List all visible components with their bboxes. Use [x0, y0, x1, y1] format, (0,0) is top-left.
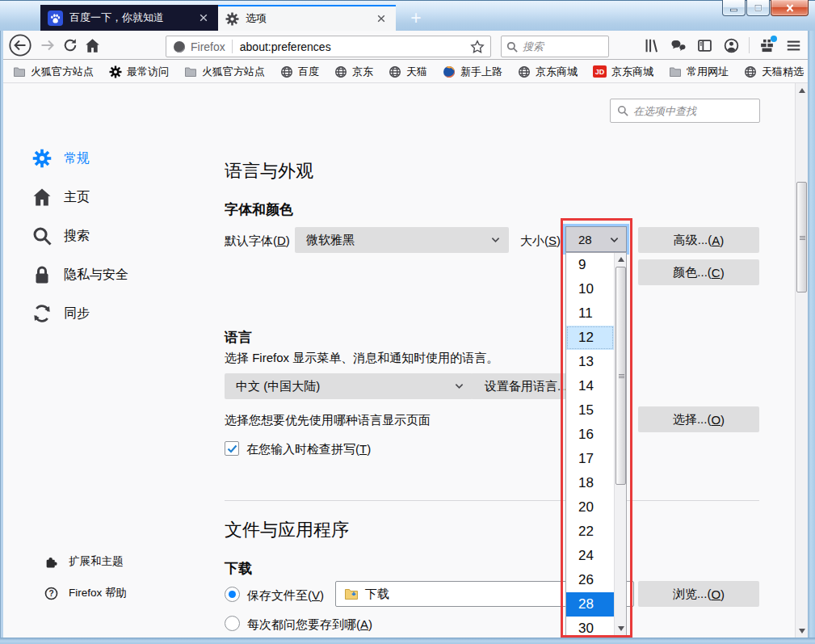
font-size-dropdown-list: 9101112131415161718202224262830: [565, 252, 627, 636]
section-title-files-applications: 文件与应用程序: [225, 518, 349, 542]
find-in-options-input[interactable]: [633, 105, 753, 117]
forward-icon: [40, 37, 56, 53]
toolbar-separator: [749, 37, 750, 53]
sidebar-toggle-button[interactable]: [697, 38, 712, 53]
save-files-to-radio[interactable]: [225, 587, 240, 602]
bookmark-label: 天猫: [406, 65, 427, 79]
home-button[interactable]: [85, 38, 100, 53]
font-size-option-12[interactable]: 12: [566, 326, 614, 350]
home-icon: [32, 187, 52, 207]
tab-title: 百度一下，你就知道: [69, 11, 190, 25]
colors-button[interactable]: 颜色...(C): [638, 259, 759, 285]
bookmark-label: 京东: [352, 65, 373, 79]
font-size-option-22[interactable]: 22: [566, 520, 614, 544]
bookmark-item[interactable]: 京东商城: [518, 65, 578, 79]
sidebar-item-gear[interactable]: 常规: [32, 139, 202, 178]
url-bar[interactable]: Firefox about:preferences: [166, 36, 491, 57]
font-size-options: 9101112131415161718202224262830: [566, 253, 614, 636]
font-size-option-13[interactable]: 13: [566, 350, 614, 374]
browse-button[interactable]: 浏览...(O): [638, 581, 759, 607]
sync-icon: [32, 304, 52, 323]
font-size-option-15[interactable]: 15: [566, 398, 614, 423]
bookmark-item[interactable]: 新手上路: [443, 65, 502, 79]
bookmark-item[interactable]: 火狐官方站点: [184, 65, 265, 79]
scroll-up-arrow[interactable]: [615, 253, 627, 266]
library-button[interactable]: [644, 38, 659, 53]
scroll-down-arrow[interactable]: [615, 622, 627, 635]
search-icon: [32, 226, 52, 246]
font-size-option-10[interactable]: 10: [566, 277, 614, 301]
bookmark-item[interactable]: 京东: [334, 65, 373, 79]
back-icon: [8, 33, 32, 57]
page-scrollbar-thumb[interactable]: [796, 182, 807, 293]
menu-button[interactable]: [786, 38, 801, 53]
scroll-down-arrow[interactable]: [796, 624, 809, 638]
bookmark-item[interactable]: 最常访问: [109, 65, 169, 79]
font-size-select[interactable]: 28: [565, 226, 627, 252]
bookmark-item[interactable]: 火狐官方站点: [13, 65, 94, 79]
dropdown-scrollbar-thumb[interactable]: [615, 267, 626, 485]
maximize-button[interactable]: [746, 0, 770, 16]
font-size-option-24[interactable]: 24: [566, 544, 614, 568]
tab-close-icon[interactable]: [196, 11, 211, 25]
bookmark-item[interactable]: 天猫: [389, 65, 427, 79]
sidebar-item-extensions[interactable]: 扩展和主题: [44, 554, 124, 569]
section-divider: [225, 500, 759, 501]
minimize-button[interactable]: [722, 0, 746, 16]
toolbar-search[interactable]: [501, 36, 609, 57]
bookmark-label: 天猫精选: [762, 65, 804, 79]
sidebar-item-home[interactable]: 主页: [32, 178, 202, 217]
sidebar-footer-label: Firefox 帮助: [69, 586, 127, 600]
scroll-up-arrow[interactable]: [796, 83, 809, 97]
ui-language-select[interactable]: 中文 (中国大陆): [225, 373, 473, 399]
back-button[interactable]: [8, 33, 32, 57]
toolbar-search-input[interactable]: [523, 40, 603, 53]
sidebar-item-sync[interactable]: 同步: [32, 294, 202, 333]
reload-button[interactable]: [63, 38, 78, 53]
sidebar-item-search[interactable]: 搜索: [32, 217, 202, 255]
advanced-button[interactable]: 高级...(A): [638, 227, 759, 253]
folder-icon: [669, 65, 682, 78]
save-files-to-label: 保存文件至(V): [247, 588, 324, 604]
font-size-option-20[interactable]: 20: [566, 495, 614, 520]
tab-baidu[interactable]: 百度一下，你就知道: [40, 5, 218, 31]
sidebar-item-lock[interactable]: 隐私与安全: [32, 255, 202, 294]
page-language-text: 选择您想要优先使用哪种语言显示页面: [225, 413, 431, 428]
always-ask-radio[interactable]: [225, 616, 240, 631]
font-size-option-14[interactable]: 14: [566, 374, 614, 398]
tab-close-icon[interactable]: [374, 11, 389, 26]
svg-text:?: ?: [48, 589, 53, 598]
font-size-option-17[interactable]: 17: [566, 447, 614, 471]
url-brand-label: Firefox: [191, 40, 225, 53]
forward-button[interactable]: [40, 37, 56, 53]
page-scrollbar[interactable]: [795, 83, 808, 638]
bookmarks-bar: 火狐官方站点最常访问火狐官方站点百度京东天猫新手上路京东商城JD京东商城常用网址…: [3, 61, 808, 83]
chat-button[interactable]: [670, 38, 686, 53]
font-size-option-26[interactable]: 26: [566, 568, 614, 592]
bookmark-star-icon[interactable]: [470, 40, 485, 54]
font-size-option-9[interactable]: 9: [566, 253, 614, 277]
dropdown-scrollbar[interactable]: [614, 253, 626, 635]
language-heading: 语言: [225, 328, 252, 347]
whats-new-button[interactable]: [759, 38, 775, 53]
find-in-options[interactable]: [610, 99, 760, 123]
bookmark-item[interactable]: 百度: [280, 65, 319, 79]
bookmark-item[interactable]: 常用网址: [669, 65, 729, 79]
bookmark-item[interactable]: 天猫精选: [744, 65, 804, 79]
close-button[interactable]: [771, 0, 809, 16]
font-size-option-18[interactable]: 18: [566, 471, 614, 495]
bookmark-item[interactable]: JD京东商城: [593, 65, 653, 79]
hamburger-icon: [786, 38, 801, 53]
new-tab-button[interactable]: +: [404, 6, 428, 29]
font-size-option-30[interactable]: 30: [566, 617, 614, 636]
choose-language-button[interactable]: 选择...(O): [638, 406, 759, 432]
font-size-option-28[interactable]: 28: [566, 592, 614, 617]
default-font-select[interactable]: 微软雅黑: [295, 227, 509, 253]
account-button[interactable]: [724, 38, 739, 53]
font-size-option-11[interactable]: 11: [566, 301, 614, 326]
spellcheck-checkbox[interactable]: [225, 441, 239, 456]
account-icon: [724, 38, 739, 53]
tab-options[interactable]: 选项: [218, 5, 396, 31]
sidebar-item-help[interactable]: ? Firefox 帮助: [44, 586, 127, 600]
font-size-option-16[interactable]: 16: [566, 423, 614, 447]
